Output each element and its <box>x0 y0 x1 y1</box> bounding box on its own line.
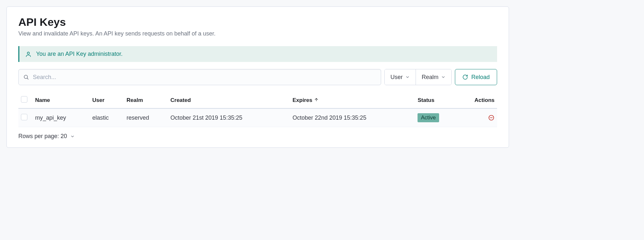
chevron-down-icon <box>441 75 446 79</box>
search-field[interactable] <box>18 69 381 85</box>
col-actions: Actions <box>457 92 497 108</box>
col-checkbox <box>18 92 33 108</box>
admin-callout: You are an API Key administrator. <box>18 46 497 62</box>
admin-callout-text: You are an API Key administrator. <box>36 51 123 57</box>
select-all-checkbox[interactable] <box>21 96 27 103</box>
svg-line-2 <box>27 78 28 79</box>
search-icon <box>23 74 29 80</box>
table-row: my_api_key elastic reserved October 21st… <box>18 108 497 127</box>
svg-point-0 <box>27 52 30 54</box>
cell-user: elastic <box>90 108 124 127</box>
col-user[interactable]: User <box>90 92 124 108</box>
user-icon <box>25 51 32 57</box>
reload-button[interactable]: Reload <box>455 69 497 85</box>
refresh-icon <box>462 74 468 80</box>
cell-expires: October 22nd 2019 15:35:25 <box>290 108 415 127</box>
col-status[interactable]: Status <box>415 92 457 108</box>
col-created[interactable]: Created <box>168 92 290 108</box>
api-keys-table: Name User Realm Created Expires Status A… <box>18 92 497 127</box>
filter-group: User Realm <box>384 69 452 85</box>
realm-filter-button[interactable]: Realm <box>416 69 451 85</box>
sort-asc-icon <box>314 97 319 104</box>
chevron-down-icon <box>70 134 75 139</box>
rows-per-page-label: Rows per page: 20 <box>18 133 67 140</box>
cell-realm: reserved <box>124 108 168 127</box>
page-subtitle: View and invalidate API keys. An API key… <box>18 30 497 37</box>
rows-per-page-button[interactable]: Rows per page: 20 <box>18 133 75 140</box>
reload-label: Reload <box>471 74 490 81</box>
realm-filter-label: Realm <box>422 74 438 81</box>
row-checkbox[interactable] <box>21 114 27 120</box>
col-realm[interactable]: Realm <box>124 92 168 108</box>
col-name[interactable]: Name <box>33 92 90 108</box>
invalidate-icon[interactable] <box>488 115 495 121</box>
page-title: API Keys <box>18 16 497 28</box>
cell-created: October 21st 2019 15:35:25 <box>168 108 290 127</box>
api-keys-panel: API Keys View and invalidate API keys. A… <box>6 6 509 148</box>
cell-name: my_api_key <box>33 108 90 127</box>
user-filter-label: User <box>390 74 403 81</box>
col-expires[interactable]: Expires <box>290 92 415 108</box>
search-input[interactable] <box>33 74 376 81</box>
chevron-down-icon <box>405 75 410 79</box>
status-badge: Active <box>418 113 439 122</box>
user-filter-button[interactable]: User <box>385 69 416 85</box>
col-expires-label: Expires <box>293 97 312 104</box>
controls-row: User Realm Reload <box>18 69 497 85</box>
